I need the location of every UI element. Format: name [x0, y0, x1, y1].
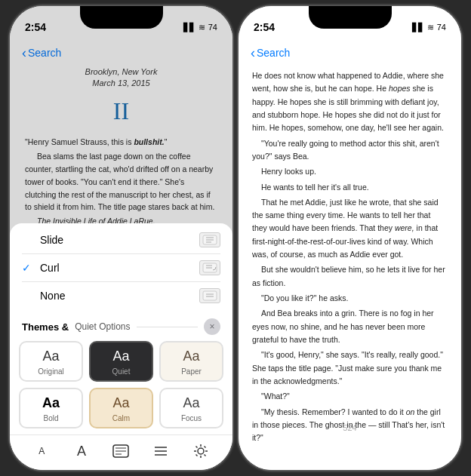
status-icons-right: ▋▋ ≋ 74: [412, 23, 446, 32]
status-bar-right: 2:54 ▋▋ ≋ 74: [239, 6, 461, 39]
right-para-2: "You're really going to method actor thi…: [252, 137, 448, 164]
scroll-curl-label: Curl: [40, 262, 60, 274]
theme-card-quiet[interactable]: Aa Quiet: [89, 341, 153, 382]
scroll-option-none-left: None: [22, 290, 65, 302]
right-para-5: That he met Addie, just like he wrote, t…: [252, 196, 448, 262]
right-phone: 2:54 ▋▋ ≋ 74 ‹ Search He does not know w…: [239, 6, 461, 470]
theme-card-original[interactable]: Aa Original: [19, 341, 83, 382]
theme-aa-bold: Aa: [42, 395, 60, 411]
scroll-option-slide[interactable]: Slide: [22, 226, 220, 254]
scroll-slide-label: Slide: [40, 234, 63, 246]
list-icon: [153, 444, 168, 458]
back-label-right: Search: [257, 47, 290, 59]
toolbar-list-btn[interactable]: [147, 440, 174, 462]
theme-name-bold: Bold: [43, 414, 58, 422]
right-para-1: He does not know what happened to Addie,…: [252, 69, 448, 135]
font-large-icon: A: [77, 444, 86, 459]
bottom-panel: Slide ✓: [10, 223, 232, 470]
scroll-option-slide-left: Slide: [22, 234, 63, 246]
theme-name-focus: Focus: [181, 414, 202, 422]
theme-aa-focus: Aa: [183, 395, 199, 411]
theme-aa-original: Aa: [42, 349, 59, 364]
nav-bar-right: ‹ Search: [239, 39, 461, 66]
back-arrow-icon-right: ‹: [251, 46, 255, 60]
close-button[interactable]: ×: [204, 318, 220, 335]
quiet-options-label: Quiet Options: [75, 321, 130, 332]
right-para-6: But she wouldn't believe him, so he lets…: [252, 263, 448, 290]
themes-header: Themes & Quiet Options ×: [10, 315, 232, 336]
signal-icon-right: ▋▋: [412, 23, 424, 32]
svg-line-24: [204, 447, 205, 448]
right-para-12: And of course, it is.: [252, 447, 448, 447]
svg-line-22: [195, 447, 197, 448]
themes-label: Themes &: [22, 321, 69, 333]
time-right: 2:54: [254, 21, 275, 33]
scroll-option-curl[interactable]: ✓ Curl: [22, 254, 220, 282]
theme-card-paper[interactable]: Aa Paper: [159, 341, 223, 382]
svg-line-23: [204, 455, 205, 456]
back-button-right[interactable]: ‹ Search: [251, 46, 290, 60]
right-para-10: "What?": [252, 390, 448, 403]
font-small-icon: A: [38, 446, 45, 456]
themes-divider: [137, 327, 198, 327]
battery-icon-right: 74: [437, 23, 446, 32]
theme-aa-calm: Aa: [112, 395, 129, 411]
scroll-option-none[interactable]: None: [22, 282, 220, 309]
toolbar-themes-btn[interactable]: [107, 440, 134, 462]
svg-line-25: [195, 455, 197, 456]
themes-icon: [112, 444, 129, 458]
theme-name-calm: Calm: [112, 414, 130, 422]
svg-rect-7: [203, 291, 217, 300]
theme-name-original: Original: [38, 367, 63, 376]
theme-grid: Aa Original Aa Quiet Aa Paper: [10, 336, 232, 435]
theme-card-focus[interactable]: Aa Focus: [159, 388, 223, 428]
theme-card-bold[interactable]: Aa Bold: [19, 388, 83, 428]
scroll-none-label: None: [40, 290, 65, 302]
svg-point-17: [198, 448, 204, 454]
theme-aa-quiet: Aa: [112, 349, 129, 364]
right-para-9: "It's good, Henry," she says. "It's real…: [252, 349, 448, 388]
theme-name-paper: Paper: [181, 367, 202, 376]
toolbar-font-small[interactable]: A: [28, 440, 55, 462]
toolbar-font-large[interactable]: A: [68, 440, 95, 462]
scroll-none-icon: [199, 288, 220, 303]
scroll-option-curl-left: ✓ Curl: [22, 262, 60, 274]
scroll-curl-icon: [199, 260, 220, 275]
right-para-8: And Bea breaks into a grin. There is no …: [252, 307, 448, 346]
right-para-3: Henry looks up.: [252, 165, 448, 178]
left-phone: 2:54 ▋▋ ≋ 74 ‹ Search Brooklyn, New York…: [10, 6, 232, 470]
brightness-icon: [193, 444, 208, 459]
theme-aa-paper: Aa: [183, 349, 199, 364]
book-content-right: He does not know what happened to Addie,…: [239, 66, 461, 447]
wifi-icon-right: ≋: [427, 23, 434, 32]
right-para-4: He wants to tell her it's all true.: [252, 181, 448, 194]
theme-card-calm[interactable]: Aa Calm: [89, 388, 153, 428]
theme-name-quiet: Quiet: [112, 367, 131, 376]
right-para-7: "Do you like it?" he asks.: [252, 292, 448, 305]
check-curl: ✓: [22, 262, 34, 274]
page-number: 524: [343, 423, 356, 432]
toolbar-brightness-btn[interactable]: [187, 440, 214, 462]
scroll-slide-icon: [199, 232, 220, 247]
app-container: 2:54 ▋▋ ≋ 74 ‹ Search Brooklyn, New York…: [0, 0, 471, 476]
scroll-options: Slide ✓: [10, 223, 232, 315]
toolbar: A A: [10, 435, 232, 470]
